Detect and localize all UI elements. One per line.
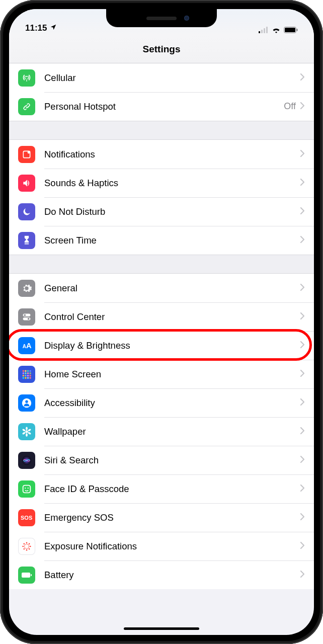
settings-row-siri[interactable]: Siri & Search [9, 446, 314, 474]
chevron-right-icon [300, 283, 305, 293]
sos-text-icon: SOS [18, 509, 35, 526]
svg-text:A: A [26, 342, 32, 350]
settings-row-cellular[interactable]: Cellular [9, 63, 314, 92]
battery-icon [284, 27, 298, 33]
nav-header: Settings [9, 35, 314, 63]
row-separator [44, 503, 314, 504]
face-icon [18, 480, 35, 498]
svg-rect-25 [27, 374, 29, 376]
svg-rect-0 [259, 31, 260, 33]
settings-row-display[interactable]: AADisplay & Brightness [9, 331, 314, 360]
row-separator [44, 560, 314, 561]
row-separator [44, 417, 314, 418]
row-label: Sounds & Haptics [44, 178, 300, 189]
svg-point-35 [28, 428, 31, 431]
cellular-signal-icon [259, 27, 269, 33]
settings-row-general[interactable]: General [9, 274, 314, 302]
group-separator [9, 121, 314, 140]
group-separator [9, 255, 314, 274]
gear-icon [18, 280, 35, 297]
chevron-right-icon [300, 207, 305, 217]
svg-rect-27 [23, 377, 24, 378]
app-grid-icon [18, 366, 35, 383]
speaker-icon [18, 175, 35, 192]
chevron-right-icon [300, 427, 305, 437]
row-separator [44, 532, 314, 532]
chevron-right-icon [300, 398, 305, 408]
row-label: Screen Time [44, 235, 300, 246]
home-indicator[interactable] [124, 627, 199, 630]
bell-square-icon [18, 146, 35, 163]
row-label: Display & Brightness [44, 340, 300, 351]
chevron-right-icon [300, 149, 305, 159]
row-label: Siri & Search [44, 455, 300, 466]
status-right [259, 27, 298, 33]
svg-rect-28 [25, 377, 26, 378]
chevron-right-icon [300, 455, 305, 465]
settings-row-home[interactable]: Home Screen [9, 360, 314, 388]
hourglass-icon [18, 232, 35, 249]
svg-rect-22 [30, 372, 31, 374]
svg-point-12 [28, 317, 30, 319]
svg-rect-41 [23, 485, 31, 493]
antenna-icon [18, 69, 35, 87]
svg-point-38 [22, 432, 26, 435]
speaker-grille [146, 17, 177, 20]
status-time: 11:15 [25, 23, 47, 33]
settings-row-screentime[interactable]: Screen Time [9, 226, 314, 255]
svg-point-37 [26, 433, 28, 436]
status-left: 11:15 [25, 23, 57, 33]
settings-row-faceid[interactable]: Face ID & Passcode [9, 474, 314, 503]
svg-text:SOS: SOS [21, 515, 32, 521]
row-label: Battery [44, 570, 300, 581]
row-label: General [44, 283, 300, 294]
svg-rect-2 [264, 28, 265, 33]
row-label: Cellular [44, 72, 300, 84]
svg-point-34 [26, 427, 28, 430]
link-chain-icon [18, 98, 35, 115]
settings-row-exposure[interactable]: Exposure Notifications [9, 532, 314, 560]
chevron-right-icon [300, 178, 305, 188]
svg-rect-21 [27, 372, 29, 374]
svg-point-46 [26, 542, 28, 543]
battery-icon [18, 567, 35, 584]
svg-rect-18 [30, 370, 31, 371]
svg-rect-3 [266, 27, 268, 33]
row-label: Home Screen [44, 369, 300, 380]
svg-rect-23 [23, 374, 24, 376]
row-separator [44, 446, 314, 446]
settings-row-sounds[interactable]: Sounds & Haptics [9, 169, 314, 197]
svg-point-36 [28, 432, 31, 435]
settings-row-wallpaper[interactable]: Wallpaper [9, 417, 314, 446]
settings-row-hotspot[interactable]: Personal HotspotOff [9, 92, 314, 121]
row-separator [44, 474, 314, 475]
virus-icon [18, 538, 35, 555]
siri-icon [18, 452, 35, 469]
chevron-right-icon [300, 369, 305, 379]
svg-rect-1 [261, 30, 263, 33]
settings-list[interactable]: CellularPersonal HotspotOffNotifications… [9, 63, 314, 589]
chevron-right-icon [300, 570, 305, 580]
settings-row-battery[interactable]: Battery [9, 560, 314, 589]
settings-row-dnd[interactable]: Do Not Disturb [9, 197, 314, 226]
settings-row-notifications[interactable]: Notifications [9, 140, 314, 169]
svg-point-10 [24, 314, 26, 316]
settings-row-sos[interactable]: SOSEmergency SOS [9, 503, 314, 532]
chevron-right-icon [300, 235, 305, 246]
row-label: Do Not Disturb [44, 206, 300, 217]
settings-row-accessibility[interactable]: Accessibility [9, 388, 314, 417]
chevron-right-icon [300, 541, 305, 551]
row-label: Personal Hotspot [44, 101, 284, 112]
page-title: Settings [143, 44, 181, 55]
svg-point-33 [25, 430, 28, 433]
svg-rect-17 [27, 370, 29, 371]
device-frame: 11:15 [0, 0, 323, 644]
row-label: Face ID & Passcode [44, 484, 300, 495]
svg-rect-6 [297, 29, 298, 31]
row-separator [44, 302, 314, 303]
settings-row-control[interactable]: Control Center [9, 302, 314, 331]
svg-rect-15 [23, 370, 24, 371]
row-label: Notifications [44, 149, 300, 160]
svg-point-48 [30, 545, 31, 547]
row-separator [44, 388, 314, 389]
